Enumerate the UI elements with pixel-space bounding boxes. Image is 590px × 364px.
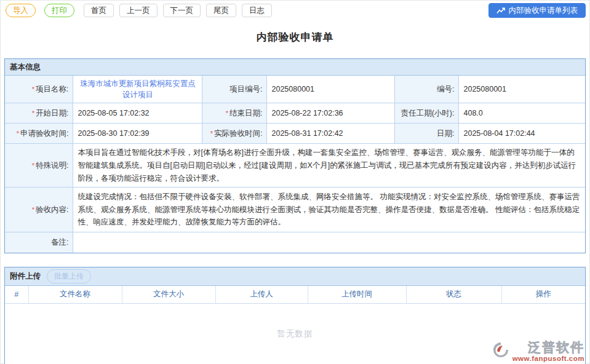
remark-label: 备注: bbox=[5, 232, 73, 253]
required-asterisk: * bbox=[210, 130, 213, 137]
basic-info-section-title: 基本信息 bbox=[10, 62, 41, 73]
acceptance-content-value: 统建设完成情况：包括但不限于硬件设备安装、软件部署、系统集成、网络安全措施等。 … bbox=[73, 188, 585, 232]
table-row: 备注: bbox=[5, 232, 585, 253]
apply-time-label: *申请验收时间: bbox=[5, 124, 73, 144]
col-index: # bbox=[5, 286, 28, 304]
project-name-label: *项目名称: bbox=[5, 76, 73, 103]
attachments-table-header: # 文件名称 文件大小 上传人 上传时间 状态 操作 bbox=[5, 286, 585, 304]
next-page-button[interactable]: 下一页 bbox=[163, 4, 201, 17]
table-row: *项目名称: 珠海市城市更新项目紫桐苑安置点设计项目 项目编号: 2025080… bbox=[5, 76, 585, 103]
vendor-watermark: 泛普软件 www.fanpusoft.com bbox=[492, 341, 584, 363]
actual-time-value: 2025-08-31 17:02:42 bbox=[266, 124, 394, 144]
batch-upload-button[interactable]: 批量上传 bbox=[47, 269, 91, 283]
start-date-value: 2025-08-05 17:02:32 bbox=[73, 103, 202, 124]
log-button[interactable]: 日志 bbox=[242, 4, 272, 17]
watermark-brand: 泛普软件 bbox=[528, 341, 584, 354]
basic-info-section: 基本信息 *项目名称: 珠海市城市更新项目紫桐苑安置点设计项目 项目编号: 20… bbox=[4, 58, 586, 253]
basic-info-table: *项目名称: 珠海市城市更新项目紫桐苑安置点设计项目 项目编号: 2025080… bbox=[5, 76, 585, 253]
required-asterisk: * bbox=[32, 85, 34, 93]
watermark-text: 泛普软件 www.fanpusoft.com bbox=[512, 341, 584, 363]
project-name-value: 珠海市城市更新项目紫桐苑安置点设计项目 bbox=[73, 76, 202, 103]
acceptance-list-button-label: 内部验收申请单列表 bbox=[509, 6, 578, 16]
table-row: *申请验收时间: 2025-08-30 17:02:39 *实际验收时间: 20… bbox=[5, 124, 585, 144]
required-asterisk: * bbox=[17, 130, 19, 137]
apply-time-value: 2025-08-30 17:02:39 bbox=[73, 124, 202, 144]
actual-time-label: *实际验收时间: bbox=[202, 124, 266, 144]
toolbar: 导入 打印 首页 上一页 下一页 尾页 日志 内部验收申请单列表 bbox=[1, 1, 589, 18]
attachments-section-title: 附件上传 bbox=[10, 271, 41, 282]
required-asterisk: * bbox=[32, 206, 34, 213]
special-note-label: *特殊说明: bbox=[5, 144, 73, 188]
internal-acceptance-form-page: 导入 打印 首页 上一页 下一页 尾页 日志 内部验收申请单列表 内部验收申请单… bbox=[0, 0, 590, 364]
attachments-section-header: 附件上传 批量上传 bbox=[5, 267, 585, 286]
acceptance-content-label: *验收内容: bbox=[5, 188, 73, 232]
acceptance-list-button[interactable]: 内部验收申请单列表 bbox=[488, 3, 586, 18]
watermark-url: www.fanpusoft.com bbox=[512, 355, 584, 363]
empty-data-text: 暂无数据 bbox=[5, 328, 585, 339]
col-uploader: 上传人 bbox=[215, 286, 308, 304]
table-row: *验收内容: 统建设完成情况：包括但不限于硬件设备安装、软件部署、系统集成、网络… bbox=[5, 188, 585, 232]
col-upload-time: 上传时间 bbox=[308, 286, 406, 304]
col-file-name: 文件名称 bbox=[28, 286, 122, 304]
import-button[interactable]: 导入 bbox=[6, 4, 36, 17]
table-row: *特殊说明: 本项目旨在通过智能化技术手段，对[体育场名称]进行全面升级，构建一… bbox=[5, 144, 585, 188]
prev-page-button[interactable]: 上一页 bbox=[119, 4, 157, 17]
col-file-size: 文件大小 bbox=[122, 286, 215, 304]
col-actions: 操作 bbox=[501, 286, 585, 304]
end-date-label: *结束日期: bbox=[202, 103, 266, 124]
required-asterisk: * bbox=[226, 109, 228, 117]
page-title: 内部验收申请单 bbox=[1, 30, 589, 44]
project-code-value: 2025080001 bbox=[266, 76, 394, 103]
project-name-link[interactable]: 珠海市城市更新项目紫桐苑安置点设计项目 bbox=[78, 78, 198, 100]
code-value: 2025080001 bbox=[458, 76, 585, 103]
code-label: 编号: bbox=[394, 76, 458, 103]
print-button[interactable]: 打印 bbox=[44, 4, 74, 17]
fanpu-logo-icon bbox=[492, 341, 510, 362]
duration-value: 408.0 bbox=[458, 103, 585, 124]
duration-label: 责任工期(小时): bbox=[394, 103, 458, 124]
table-header-row: # 文件名称 文件大小 上传人 上传时间 状态 操作 bbox=[5, 286, 585, 304]
date-label: 日期: bbox=[394, 124, 458, 144]
home-page-button[interactable]: 首页 bbox=[84, 4, 114, 17]
table-row: *开始日期: 2025-08-05 17:02:32 *结束日期: 2025-0… bbox=[5, 103, 585, 124]
date-value: 2025-08-04 17:02:44 bbox=[458, 124, 585, 144]
project-code-label: 项目编号: bbox=[202, 76, 266, 103]
special-note-value: 本项目旨在通过智能化技术手段，对[体育场名称]进行全面升级，构建一套集安全监控、… bbox=[73, 144, 585, 188]
last-page-button[interactable]: 尾页 bbox=[206, 4, 236, 17]
remark-value bbox=[73, 232, 585, 253]
end-date-value: 2025-08-22 17:02:36 bbox=[266, 103, 394, 124]
col-status: 状态 bbox=[406, 286, 501, 304]
required-asterisk: * bbox=[32, 109, 34, 117]
basic-info-section-header: 基本信息 bbox=[5, 59, 585, 76]
start-date-label: *开始日期: bbox=[5, 103, 73, 124]
trending-arrow-icon bbox=[496, 7, 505, 14]
required-asterisk: * bbox=[32, 162, 34, 169]
